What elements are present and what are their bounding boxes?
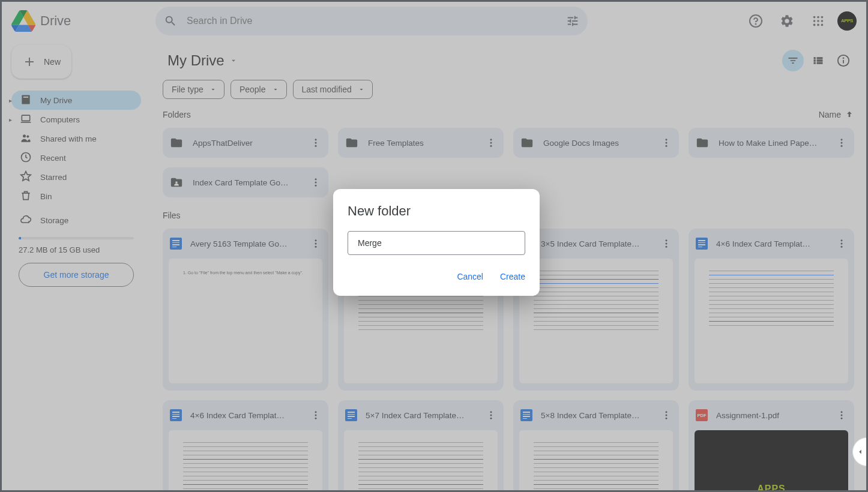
more-icon[interactable] [661,410,672,421]
folder-card[interactable]: Google Docs Images [513,128,679,158]
more-icon[interactable] [310,410,321,421]
nav-label: Bin [40,192,52,201]
folder-card[interactable]: Index Card Template Go… [163,167,328,197]
more-icon[interactable] [486,410,496,421]
nav-icon [20,170,32,184]
sort-button[interactable]: Name [819,110,854,119]
svg-point-43 [666,243,668,245]
svg-point-59 [841,418,843,419]
expand-icon[interactable]: ▸ [9,97,12,104]
folder-card[interactable]: AppsThatDeliver [163,128,328,158]
create-button[interactable]: Create [500,272,525,281]
logo-area[interactable]: Drive [11,9,151,33]
file-name: 4×6 Index Card Templat… [716,239,828,248]
folder-name-input[interactable] [348,231,525,255]
sidebar-item-my-drive[interactable]: ▸My Drive [11,91,141,110]
search-bar[interactable] [155,7,588,35]
folder-icon [170,136,183,149]
search-input[interactable] [187,16,556,26]
sidebar-item-bin[interactable]: Bin [11,187,141,206]
svg-point-15 [26,135,29,137]
path-button[interactable]: My Drive [163,50,243,71]
storage-text: 27.2 MB of 15 GB used [19,245,134,254]
svg-point-14 [23,134,26,137]
svg-point-33 [315,178,317,180]
more-icon[interactable] [661,137,672,148]
help-icon [749,14,763,28]
svg-point-9 [817,24,819,26]
info-button[interactable] [833,50,854,71]
sidebar-item-computers[interactable]: ▸Computers [11,110,141,129]
file-card[interactable]: 5×7 Index Card Template… [338,400,504,490]
svg-point-53 [490,418,492,419]
sidebar-item-starred[interactable]: Starred [11,167,141,187]
svg-point-48 [315,411,317,413]
new-button[interactable]: New [11,45,71,79]
more-icon[interactable] [836,238,847,249]
svg-point-3 [817,16,819,19]
path-label: My Drive [167,52,225,69]
plus-icon [22,55,37,69]
file-name: 3×5 Index Card Template… [541,239,653,248]
list-view-button[interactable] [807,50,829,71]
sidebar-item-shared-with-me[interactable]: Shared with me [11,129,141,148]
svg-point-2 [813,16,816,19]
more-icon[interactable] [661,238,672,249]
svg-point-29 [841,139,843,140]
svg-point-7 [821,20,824,22]
file-name: 5×7 Index Card Template… [366,411,477,420]
expand-icon[interactable]: ▸ [9,116,12,123]
svg-rect-13 [22,115,29,121]
file-name: Assignment-1.pdf [716,411,828,420]
svg-point-47 [841,246,843,248]
nav-icon [20,94,32,107]
file-card[interactable]: Avery 5163 Template Go…1. Go to "File" f… [163,229,328,391]
sidebar-item-storage[interactable]: Storage [11,211,141,230]
shared-folder-icon [170,176,183,189]
folder-card[interactable]: How to Make Lined Pape… [689,128,854,158]
header-actions: APPS [744,9,857,33]
storage-bar [19,237,134,239]
nav-icon [20,190,32,203]
help-button[interactable] [744,9,768,33]
avatar[interactable]: APPS [837,11,857,31]
nav-icon [20,132,32,146]
apps-button[interactable] [806,9,830,33]
folders-label: Folders [163,110,191,119]
thumbnail [519,259,673,383]
svg-point-49 [315,415,317,416]
filter-icon [787,55,799,67]
chip-people[interactable]: People [231,80,287,99]
more-icon[interactable] [310,177,321,188]
more-icon[interactable] [486,137,496,148]
nav-label: Recent [40,154,66,163]
folders-grid: AppsThatDeliverFree TemplatesGoogle Docs… [163,128,854,197]
chip-last-modified[interactable]: Last modified [293,80,373,99]
file-card[interactable]: 4×6 Index Card Templat… [689,229,854,391]
file-card[interactable]: 5×8 Index Card Template… [513,400,679,490]
thumbnail [519,430,673,490]
apps-grid-icon [812,14,825,28]
filter-button[interactable] [782,50,804,71]
folder-card[interactable]: Free Templates [338,128,504,158]
chip-label: Last modified [302,85,352,94]
svg-point-42 [666,239,668,241]
get-storage-button[interactable]: Get more storage [19,263,134,287]
settings-button[interactable] [775,9,799,33]
svg-point-28 [666,145,668,147]
svg-point-56 [666,418,668,419]
pdf-icon: PDF [696,409,708,421]
cancel-button[interactable]: Cancel [457,272,483,281]
chip-file-type[interactable]: File type [163,80,225,99]
more-icon[interactable] [310,137,321,148]
more-icon[interactable] [836,137,847,148]
more-icon[interactable] [310,238,321,249]
sidebar-item-recent[interactable]: Recent [11,148,141,167]
files-label: Files [163,211,181,220]
docs-icon [520,409,532,421]
file-card[interactable]: PDFAssignment-1.pdfAPPSthat deliver [689,400,854,490]
file-card[interactable]: 4×6 Index Card Templat… [163,400,328,490]
tune-icon[interactable] [566,14,579,28]
thumbnail: APPSthat deliver [695,430,848,490]
more-icon[interactable] [836,410,847,421]
